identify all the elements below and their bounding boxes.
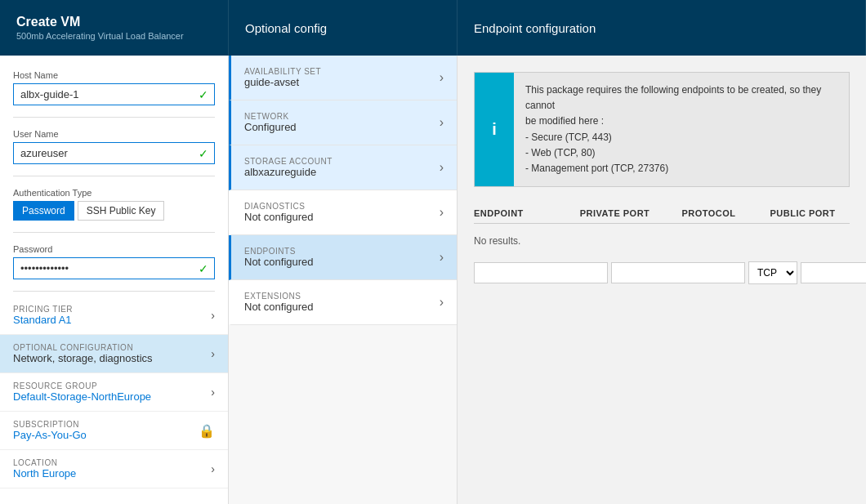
mid-item-endpoints[interactable]: ENDPOINTS Not configured › [229, 235, 457, 280]
auth-type-group: Authentication Type Password SSH Public … [0, 181, 228, 227]
password-check-icon: ✓ [199, 262, 208, 275]
create-vm-title: Create VM [16, 15, 212, 29]
info-icon: i [475, 73, 514, 186]
availability-set-chevron-icon: › [440, 70, 444, 85]
host-name-input[interactable] [13, 83, 215, 105]
diagnostics-chevron-icon: › [440, 205, 444, 220]
endpoint-name-input[interactable] [474, 262, 608, 283]
host-name-label: Host Name [13, 70, 215, 80]
col-header-private-port: PRIVATE PORT [568, 208, 662, 218]
optional-config-title: Optional config [245, 21, 440, 35]
password-input[interactable] [13, 257, 215, 279]
network-chevron-icon: › [440, 115, 444, 130]
info-endpoint-1: - Secure (TCP, 443) [525, 130, 837, 145]
resource-group-chevron-icon: › [211, 386, 215, 399]
password-group: Password ✓ [0, 238, 228, 286]
optional-config-chevron-icon: › [211, 347, 215, 360]
endpoint-input-row: TCP UDP ... [474, 261, 850, 284]
no-results-text: No results. [474, 229, 850, 253]
header: Create VM 500mb Accelerating Virtual Loa… [0, 0, 866, 56]
user-name-input-wrap: ✓ [13, 142, 215, 164]
private-port-input[interactable] [611, 262, 745, 283]
nav-item-optional-config[interactable]: OPTIONAL CONFIGURATION Network, storage,… [0, 335, 228, 373]
create-vm-subtitle: 500mb Accelerating Virtual Load Balancer [16, 31, 212, 41]
auth-type-label: Authentication Type [13, 188, 215, 198]
endpoints-chevron-icon: › [440, 250, 444, 265]
nav-item-pricing-tier[interactable]: PRICING TIER Standard A1 › [0, 297, 228, 335]
app-container: Create VM 500mb Accelerating Virtual Loa… [0, 0, 866, 504]
user-name-group: User Name ✓ [0, 123, 228, 171]
host-name-input-wrap: ✓ [13, 83, 215, 105]
pricing-tier-chevron-icon: › [211, 309, 215, 322]
col-header-protocol: PROTOCOL [662, 208, 756, 218]
protocol-select[interactable]: TCP UDP [748, 261, 797, 284]
location-chevron-icon: › [211, 462, 215, 475]
mid-item-diagnostics[interactable]: DIAGNOSTICS Not configured › [229, 190, 457, 235]
col-header-endpoint: ENDPOINT [474, 208, 568, 218]
password-label: Password [13, 244, 215, 254]
user-name-check-icon: ✓ [199, 147, 208, 160]
info-text-line2: be modified here : [525, 114, 837, 129]
user-name-label: User Name [13, 129, 215, 139]
header-left: Create VM 500mb Accelerating Virtual Loa… [0, 0, 229, 56]
auth-type-buttons: Password SSH Public Key [13, 201, 215, 221]
password-input-wrap: ✓ [13, 257, 215, 279]
storage-account-chevron-icon: › [440, 160, 444, 175]
col-header-public-port: PUBLIC PORT [756, 208, 850, 218]
info-text-line1: This package requires the following endp… [525, 83, 837, 114]
subscription-lock-icon: 🔒 [199, 423, 215, 439]
left-panel: Host Name ✓ User Name ✓ Authentication T… [0, 56, 229, 504]
divider-4 [13, 291, 215, 292]
nav-item-subscription: SUBSCRIPTION Pay-As-You-Go 🔒 [0, 412, 228, 450]
mid-item-network[interactable]: NETWORK Configured › [229, 100, 457, 145]
header-right: Endpoint configuration [458, 0, 866, 56]
divider-2 [13, 176, 215, 176]
host-name-check-icon: ✓ [199, 88, 208, 101]
host-name-group: Host Name ✓ [0, 64, 228, 112]
nav-item-resource-group[interactable]: RESOURCE GROUP Default-Storage-NorthEuro… [0, 373, 228, 412]
user-name-input[interactable] [13, 142, 215, 164]
endpoint-config-title: Endpoint configuration [474, 21, 849, 35]
public-port-input[interactable] [801, 262, 866, 283]
main-content: Host Name ✓ User Name ✓ Authentication T… [0, 56, 866, 504]
extensions-chevron-icon: › [440, 295, 444, 310]
mid-item-availability-set[interactable]: AVAILABILITY SET guide-avset › [229, 56, 457, 100]
info-endpoint-2: - Web (TCP, 80) [525, 145, 837, 161]
mid-panel: AVAILABILITY SET guide-avset › NETWORK C… [229, 56, 458, 504]
nav-item-location[interactable]: LOCATION North Europe › [0, 450, 228, 488]
mid-item-extensions[interactable]: EXTENSIONS Not configured › [229, 280, 457, 325]
password-auth-button[interactable]: Password [13, 201, 74, 221]
endpoint-table-header: ENDPOINT PRIVATE PORT PROTOCOL PUBLIC PO… [474, 203, 850, 224]
header-mid: Optional config [229, 0, 458, 56]
info-endpoint-3: - Management port (TCP, 27376) [525, 161, 837, 176]
info-box: i This package requires the following en… [474, 72, 850, 187]
divider-1 [13, 117, 215, 118]
info-box-content: This package requires the following endp… [514, 73, 849, 186]
mid-item-storage-account[interactable]: STORAGE ACCOUNT albxazureguide › [229, 145, 457, 190]
ssh-auth-button[interactable]: SSH Public Key [78, 201, 165, 221]
right-panel: i This package requires the following en… [458, 56, 866, 504]
divider-3 [13, 232, 215, 233]
